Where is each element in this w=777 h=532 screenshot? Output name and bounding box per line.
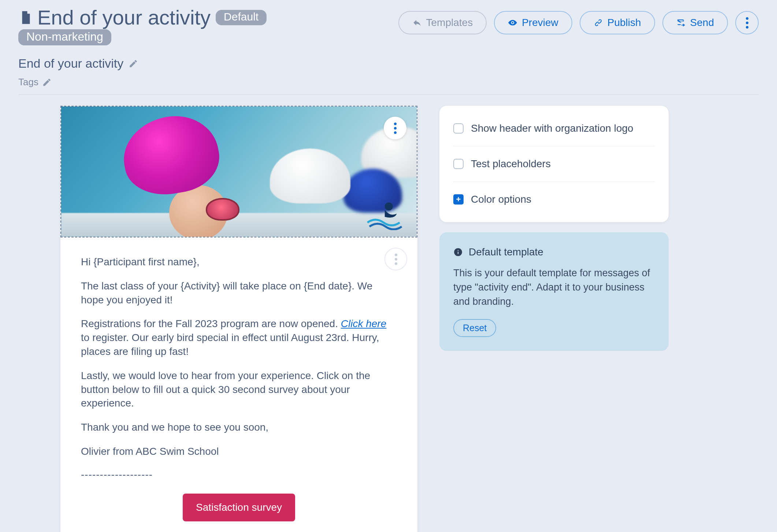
templates-button-label: Templates bbox=[426, 17, 473, 29]
tags-label: Tags bbox=[18, 76, 38, 88]
email-divider: ------------------- bbox=[81, 469, 397, 480]
reset-button[interactable]: Reset bbox=[453, 319, 496, 337]
page-title-text: End of your activity bbox=[37, 7, 211, 28]
divider bbox=[18, 94, 759, 95]
edit-tags-icon[interactable] bbox=[42, 78, 52, 87]
test-placeholders-label: Test placeholders bbox=[471, 158, 551, 170]
back-arrow-icon bbox=[412, 18, 422, 27]
email-signature: Olivier from ABC Swim School bbox=[81, 445, 397, 458]
divider bbox=[453, 181, 655, 182]
test-placeholders-checkbox[interactable] bbox=[453, 159, 464, 169]
options-panel: Show header with organization logo Test … bbox=[439, 106, 669, 222]
eye-icon bbox=[508, 18, 517, 27]
templates-button[interactable]: Templates bbox=[398, 11, 487, 34]
email-greeting: Hi {Participant first name}, bbox=[81, 255, 397, 269]
send-button-label: Send bbox=[690, 17, 714, 29]
vertical-dots-icon bbox=[394, 123, 397, 134]
info-body-text: This is your default template for messag… bbox=[453, 266, 655, 309]
preview-button-label: Preview bbox=[522, 17, 558, 29]
show-header-checkbox[interactable] bbox=[453, 123, 464, 134]
link-icon bbox=[594, 18, 603, 27]
template-name: End of your activity bbox=[18, 56, 123, 71]
more-actions-button[interactable] bbox=[735, 11, 759, 34]
header-actions: Templates Preview Publish Send bbox=[398, 7, 759, 34]
click-here-link[interactable]: Click here bbox=[341, 318, 386, 329]
email-paragraph-1: The last class of your {Activity} will t… bbox=[81, 279, 397, 307]
email-paragraph-3: Lastly, we would love to hear from your … bbox=[81, 369, 397, 410]
divider bbox=[453, 146, 655, 146]
expand-color-options-button[interactable]: + bbox=[453, 194, 464, 205]
preview-button[interactable]: Preview bbox=[494, 11, 572, 34]
publish-button-label: Publish bbox=[607, 17, 641, 29]
color-options-label: Color options bbox=[471, 194, 531, 205]
swim-logo-icon bbox=[365, 197, 406, 230]
email-paragraph-2: Registrations for the Fall 2023 program … bbox=[81, 317, 397, 358]
email-thanks: Thank you and we hope to see you soon, bbox=[81, 420, 397, 434]
hero-options-button[interactable] bbox=[384, 117, 406, 139]
info-title-text: Default template bbox=[469, 246, 543, 258]
send-button[interactable]: Send bbox=[662, 11, 728, 34]
satisfaction-survey-button[interactable]: Satisfaction survey bbox=[183, 494, 295, 521]
body-options-button[interactable] bbox=[384, 248, 407, 270]
vertical-dots-icon bbox=[746, 17, 748, 29]
svg-point-0 bbox=[385, 202, 393, 210]
info-icon bbox=[453, 247, 463, 257]
vertical-dots-icon bbox=[395, 254, 397, 265]
show-header-label: Show header with organization logo bbox=[471, 123, 633, 134]
email-hero-image[interactable] bbox=[60, 106, 417, 237]
edit-name-icon[interactable] bbox=[129, 59, 138, 68]
document-icon bbox=[18, 9, 34, 26]
badge-default: Default bbox=[216, 10, 267, 25]
email-body[interactable]: Hi {Participant first name}, The last cl… bbox=[60, 237, 417, 532]
email-editor: Hi {Participant first name}, The last cl… bbox=[60, 106, 417, 532]
default-template-info: Default template This is your default te… bbox=[439, 232, 669, 351]
publish-button[interactable]: Publish bbox=[580, 11, 655, 34]
badge-non-marketing: Non-marketing bbox=[18, 29, 111, 45]
page-title: End of your activity bbox=[18, 7, 211, 28]
send-icon bbox=[676, 18, 686, 27]
